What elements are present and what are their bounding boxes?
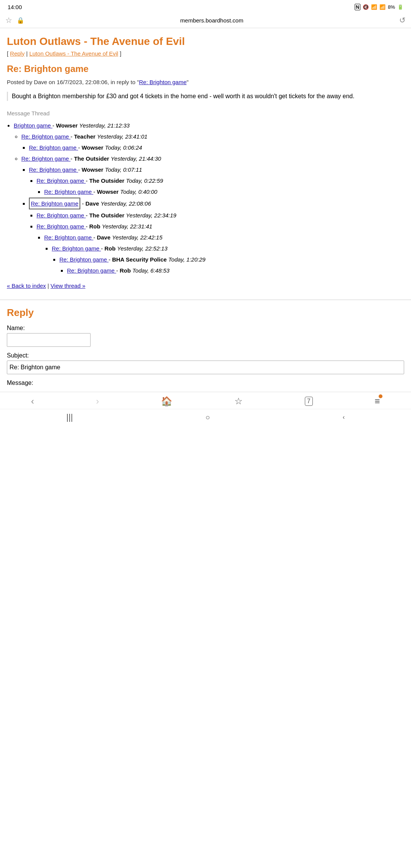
thread-time: Yesterday, 22:42:15: [112, 234, 162, 241]
list-item: Re: Brighton game - Rob Yesterday, 22:52…: [52, 243, 404, 276]
thread-link[interactable]: Re: Brighton game: [52, 245, 101, 252]
list-item: Re: Brighton game - Rob Today, 6:48:53: [67, 265, 404, 276]
back-to-index-link[interactable]: « Back to index: [7, 282, 46, 289]
page-nav-links: [ Reply | Luton Outlaws - The Avenue of …: [7, 50, 404, 57]
android-recent-button[interactable]: ‹: [342, 414, 344, 421]
tabs-button[interactable]: 7: [305, 397, 313, 406]
home-button[interactable]: 🏠: [161, 396, 172, 407]
thread-link[interactable]: Re: Brighton game: [37, 212, 86, 219]
reply-section: Reply Name: Subject: Message:: [0, 300, 411, 386]
back-button[interactable]: ‹: [31, 396, 34, 407]
post-meta-prefix: Posted by Dave on 16/7/2023, 22:08:06, i…: [7, 79, 139, 85]
thread-time: Yesterday, 22:08:06: [100, 200, 151, 207]
thread-author: Wowser: [81, 144, 103, 151]
url-bar[interactable]: members.boardhost.com: [29, 17, 395, 24]
reply-link[interactable]: Reply: [10, 50, 24, 57]
message-thread-label: Message Thread: [7, 110, 404, 116]
bottom-nav-bar: ‹ › 🏠 ☆ 7 ≡: [0, 392, 411, 409]
post-body: Bought a Brighton membership for £30 and…: [7, 92, 404, 101]
thread-link[interactable]: Re: Brighton game: [44, 234, 93, 241]
thread-link[interactable]: Re: Brighton game: [21, 133, 70, 140]
thread-time: Today, 0:07:11: [105, 166, 142, 173]
view-thread-link[interactable]: View thread »: [51, 282, 85, 289]
bracket-close: ]: [118, 50, 121, 57]
nfc-icon: N: [355, 4, 360, 10]
sep: |: [25, 50, 29, 57]
post-meta: Posted by Dave on 16/7/2023, 22:08:06, i…: [7, 78, 404, 87]
refresh-icon[interactable]: ↺: [399, 16, 406, 25]
list-item: Re: Brighton game - Dave Yesterday, 22:4…: [44, 232, 404, 276]
subject-field-group: Subject:: [7, 352, 404, 374]
home-icon: 🏠: [161, 396, 172, 407]
post-meta-link[interactable]: Re: Brighton game: [139, 79, 186, 85]
bookmark-icon[interactable]: ☆: [5, 16, 12, 25]
forum-home-link[interactable]: Luton Outlaws - The Avenue of Evil: [29, 50, 118, 57]
list-item: Re: Brighton game - The Outsider Today, …: [37, 176, 404, 197]
thread-author: Rob: [119, 267, 131, 274]
browser-bar: ☆ 🔒 members.boardhost.com ↺: [0, 13, 411, 28]
message-label: Message:: [7, 380, 404, 386]
menu-button[interactable]: ≡: [375, 396, 380, 407]
thread-author: The Outsider: [74, 155, 109, 162]
name-input[interactable]: [7, 333, 91, 347]
subject-input[interactable]: [7, 361, 404, 374]
thread-author: Dave: [97, 234, 110, 241]
thread-link[interactable]: Re: Brighton game: [59, 256, 108, 263]
list-item: Brighton game - Wowser Yesterday, 21:12:…: [14, 120, 404, 276]
thread-time: Yesterday, 22:52:13: [117, 245, 167, 252]
thread-link[interactable]: Re: Brighton game: [31, 200, 78, 207]
name-label: Name:: [7, 325, 404, 332]
thread-author: Dave: [85, 200, 99, 207]
reply-title: Reply: [7, 307, 404, 319]
list-item: Re: Brighton game - The Outsider Yesterd…: [21, 153, 404, 276]
message-field-group: Message:: [7, 380, 404, 386]
subject-label: Subject:: [7, 352, 404, 359]
list-item: Re: Brighton game - BHA Security Police …: [59, 254, 404, 276]
thread-time: Today, 0:06:24: [105, 144, 142, 151]
post-title: Re: Brighton game: [7, 64, 404, 74]
thread-author: Wowser: [56, 122, 78, 129]
thread-link[interactable]: Brighton game: [14, 122, 53, 129]
page-title: Luton Outlaws - The Avenue of Evil: [7, 35, 404, 48]
status-bar: 14:00 N 🔇 📶 📶 8% 🔋: [0, 0, 411, 13]
android-nav: ||| ○ ‹: [0, 409, 411, 428]
list-item: Re: Brighton game - Wowser Today, 0:06:2…: [29, 142, 404, 153]
thread-link[interactable]: Re: Brighton game: [37, 177, 86, 184]
thread-time: Today, 0:22:59: [126, 177, 163, 184]
thread-time: Today, 0:40:00: [120, 188, 158, 195]
thread-time: Yesterday, 23:41:01: [97, 133, 147, 140]
thread-time: Today, 1:20:29: [168, 256, 206, 263]
signal-icon: 📶: [379, 4, 386, 10]
forward-button[interactable]: ›: [96, 396, 99, 407]
thread-author: Wowser: [81, 166, 103, 173]
star-icon: ☆: [234, 396, 243, 407]
thread-list: Brighton game - Wowser Yesterday, 21:12:…: [7, 120, 404, 276]
menu-notification-dot: [379, 394, 382, 398]
thread-time: Yesterday, 21:12:33: [79, 122, 129, 129]
thread-time: Yesterday, 21:44:30: [111, 155, 161, 162]
thread-author: BHA Security Police: [112, 256, 167, 263]
thread-link[interactable]: Re: Brighton game: [29, 166, 78, 173]
android-back-button[interactable]: |||: [66, 412, 73, 422]
thread-author: The Outsider: [89, 177, 124, 184]
thread-link[interactable]: Re: Brighton game: [29, 144, 78, 151]
thread-time: Yesterday, 22:31:41: [102, 223, 152, 230]
thread-link[interactable]: Re: Brighton game: [44, 188, 93, 195]
thread-time: Today, 6:48:53: [132, 267, 170, 274]
list-item: Re: Brighton game - Teacher Yesterday, 2…: [21, 131, 404, 153]
thread-link[interactable]: Re: Brighton game: [67, 267, 116, 274]
name-field-group: Name:: [7, 325, 404, 347]
thread-link[interactable]: Re: Brighton game: [37, 223, 86, 230]
battery-icon: 🔋: [397, 4, 403, 10]
time: 14:00: [8, 4, 22, 10]
bookmark-button[interactable]: ☆: [234, 396, 243, 407]
main-content: Luton Outlaws - The Avenue of Evil [ Rep…: [0, 28, 411, 289]
thread-author: Wowser: [97, 188, 118, 195]
list-item: Re: Brighton game - Dave Yesterday, 22:0…: [29, 198, 404, 276]
thread-author: Teacher: [74, 133, 95, 140]
list-item: Re: Brighton game - Wowser Today, 0:40:0…: [44, 187, 404, 197]
list-item: Re: Brighton game - The Outsider Yesterd…: [37, 210, 404, 220]
android-home-button[interactable]: ○: [206, 413, 210, 422]
list-item: Re: Brighton game - Rob Yesterday, 22:31…: [37, 221, 404, 276]
thread-link[interactable]: Re: Brighton game: [21, 155, 70, 162]
